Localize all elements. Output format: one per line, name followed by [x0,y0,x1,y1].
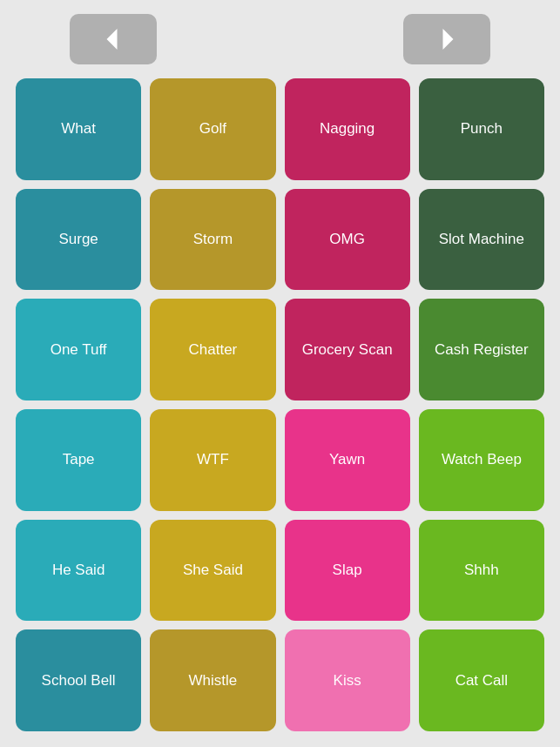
sound-cell-2[interactable]: Nagging [285,78,410,180]
sound-cell-21[interactable]: Whistle [150,629,275,731]
sound-cell-22[interactable]: Kiss [285,629,410,731]
sound-cell-10[interactable]: Grocery Scan [285,299,410,400]
top-nav [0,0,560,78]
svg-marker-0 [107,29,118,50]
sound-cell-7[interactable]: Slot Machine [419,189,544,291]
sound-cell-6[interactable]: OMG [285,189,410,291]
sound-cell-20[interactable]: School Bell [16,629,141,731]
sound-cell-23[interactable]: Cat Call [419,629,544,731]
sound-cell-14[interactable]: Yawn [285,409,410,511]
svg-marker-1 [443,29,454,50]
sound-cell-1[interactable]: Golf [150,78,275,180]
sound-cell-0[interactable]: What [16,78,141,180]
back-button[interactable] [70,14,157,64]
sound-cell-18[interactable]: Slap [285,520,410,622]
sound-cell-17[interactable]: She Said [150,520,275,622]
sound-cell-12[interactable]: Tape [16,409,141,511]
sound-grid: WhatGolfNaggingPunchSurgeStormOMGSlot Ma… [0,78,560,747]
sound-cell-19[interactable]: Shhh [419,520,544,622]
sound-cell-16[interactable]: He Said [16,520,141,622]
forward-button[interactable] [403,14,490,64]
sound-cell-8[interactable]: One Tuff [16,299,141,400]
sound-cell-11[interactable]: Cash Register [419,299,544,400]
sound-cell-15[interactable]: Watch Beep [419,409,544,511]
sound-cell-13[interactable]: WTF [150,409,275,511]
sound-cell-9[interactable]: Chatter [150,299,275,400]
sound-cell-3[interactable]: Punch [419,78,544,180]
sound-cell-5[interactable]: Storm [150,189,275,291]
sound-cell-4[interactable]: Surge [16,189,141,291]
